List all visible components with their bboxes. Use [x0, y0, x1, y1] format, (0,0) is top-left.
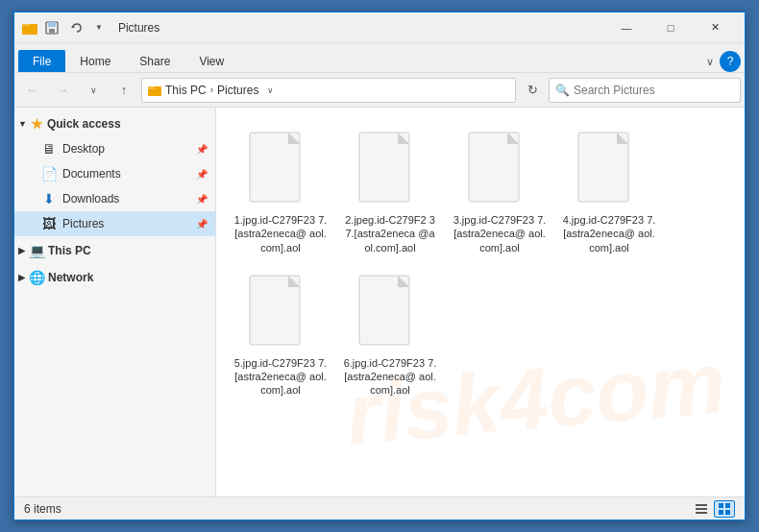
file-icon-2	[357, 131, 423, 207]
ribbon-chevron[interactable]: ∨	[706, 56, 714, 68]
expand-arrow-icon: ▶	[18, 246, 25, 255]
window-title: Pictures	[118, 21, 159, 35]
sidebar-section-network: ▶ 🌐 Network	[14, 265, 215, 290]
svg-rect-29	[696, 512, 707, 514]
file-name-2: 2.jpeg.id-C279F2 37.[astra2eneca @aol.co…	[343, 213, 437, 254]
item-count: 6 items	[24, 502, 61, 516]
quick-access-header[interactable]: ▼ ★ Quick access	[14, 111, 215, 136]
search-icon: 🔍	[555, 84, 570, 97]
svg-rect-33	[725, 510, 730, 515]
explorer-window: ▼ Pictures — □ ✕ File Home Share View ∨ …	[13, 12, 746, 520]
address-path[interactable]: This PC › Pictures ∨	[141, 78, 516, 103]
search-input[interactable]	[574, 84, 734, 97]
svg-rect-32	[719, 510, 723, 515]
downloads-icon: ⬇	[41, 191, 57, 206]
pin-icon: 📌	[196, 144, 208, 155]
title-bar: ▼ Pictures — □ ✕	[14, 12, 745, 43]
list-item[interactable]: 2.jpeg.id-C279F2 37.[astra2eneca @aol.co…	[337, 123, 443, 262]
path-folder-icon	[148, 84, 161, 97]
up-button[interactable]: ↑	[110, 78, 137, 103]
path-segment-pc[interactable]: This PC	[165, 84, 207, 97]
file-name-1: 1.jpg.id-C279F23 7.[astra2eneca@ aol.com…	[233, 213, 328, 254]
dropdown-recent-button[interactable]: ∨	[80, 78, 107, 103]
quick-access-dropdown[interactable]: ▼	[91, 21, 107, 34]
quick-access-save[interactable]	[41, 19, 62, 36]
maximize-button[interactable]: □	[649, 12, 693, 43]
network-icon: 🌐	[29, 270, 44, 285]
sidebar-item-pictures[interactable]: 🖼 Pictures 📌	[14, 211, 215, 236]
pin-icon-4: 📌	[196, 219, 208, 230]
path-segment-pictures[interactable]: Pictures	[217, 84, 258, 97]
ribbon-tabs: File Home Share View ∨ ?	[14, 43, 745, 72]
pictures-icon: 🖼	[41, 216, 57, 231]
file-name-3: 3.jpg.id-C279F23 7.[astra2eneca@ aol.com…	[453, 213, 547, 254]
expand-arrow-icon-2: ▶	[18, 273, 25, 282]
quick-access-undo[interactable]	[66, 19, 87, 36]
documents-icon: 📄	[41, 166, 57, 181]
pc-icon: 💻	[29, 243, 44, 258]
pin-icon-2: 📌	[196, 169, 208, 180]
svg-rect-2	[22, 26, 37, 35]
tab-share[interactable]: Share	[125, 50, 184, 72]
star-icon: ★	[31, 116, 43, 132]
sidebar-item-downloads[interactable]: ⬇ Downloads 📌	[14, 186, 215, 211]
tab-file[interactable]: File	[18, 50, 65, 72]
file-icon-1	[248, 131, 313, 207]
network-label: Network	[48, 271, 93, 284]
minimize-button[interactable]: —	[604, 12, 649, 43]
list-item[interactable]: 3.jpg.id-C279F23 7.[astra2eneca@ aol.com…	[447, 123, 552, 262]
list-view-button[interactable]	[691, 500, 712, 518]
title-bar-left: ▼ Pictures	[22, 19, 604, 36]
path-dropdown[interactable]: ∨	[262, 85, 278, 95]
window-controls: — □ ✕	[604, 12, 737, 43]
svg-rect-4	[48, 22, 56, 27]
icon-view-button[interactable]	[714, 500, 735, 518]
back-button[interactable]: ←	[18, 78, 45, 103]
file-name-5: 5.jpg.id-C279F23 7.[astra2eneca@ aol.com…	[233, 356, 328, 398]
tab-home[interactable]: Home	[65, 50, 125, 72]
forward-button[interactable]: →	[49, 78, 76, 103]
list-item[interactable]: 5.jpg.id-C279F23 7.[astra2eneca@ aol.com…	[228, 266, 333, 405]
file-area-wrapper: risk4com 1.jpg.id-C279F23 7.[astra2eneca…	[216, 108, 745, 496]
this-pc-header[interactable]: ▶ 💻 This PC	[14, 238, 215, 263]
search-box: 🔍	[549, 78, 741, 103]
tab-view[interactable]: View	[184, 50, 238, 72]
file-area: 1.jpg.id-C279F23 7.[astra2eneca@ aol.com…	[216, 108, 745, 421]
file-name-6: 6.jpg.id-C279F23 7.[astra2eneca@ aol.com…	[343, 356, 437, 398]
folder-icon	[22, 20, 37, 36]
sidebar-item-documents[interactable]: 📄 Documents 📌	[14, 161, 215, 186]
sidebar-item-downloads-label: Downloads	[62, 192, 119, 206]
close-button[interactable]: ✕	[693, 12, 737, 43]
view-controls	[691, 500, 735, 518]
file-icon-6	[357, 274, 423, 351]
address-bar: ← → ∨ ↑ This PC › Pictures ∨ ↻ 🔍	[14, 73, 745, 108]
svg-rect-31	[725, 503, 730, 508]
svg-rect-28	[696, 508, 707, 510]
desktop-icon: 🖥	[41, 141, 57, 157]
list-item[interactable]: 6.jpg.id-C279F23 7.[astra2eneca@ aol.com…	[337, 266, 443, 405]
ribbon: File Home Share View ∨ ?	[14, 43, 745, 73]
pin-icon-3: 📌	[196, 194, 208, 205]
file-name-4: 4.jpg.id-C279F23 7.[astra2eneca@ aol.com…	[562, 213, 656, 254]
svg-rect-5	[49, 29, 55, 33]
sidebar-item-documents-label: Documents	[62, 167, 121, 181]
refresh-button[interactable]: ↻	[520, 78, 545, 103]
file-icon-4	[576, 131, 642, 207]
main-content: ▼ ★ Quick access 🖥 Desktop 📌 📄 Documents…	[14, 108, 745, 496]
svg-rect-27	[696, 504, 707, 506]
list-item[interactable]: 1.jpg.id-C279F23 7.[astra2eneca@ aol.com…	[228, 123, 333, 262]
path-arrow-1: ›	[210, 85, 213, 95]
quick-access-label: Quick access	[47, 117, 121, 131]
list-item[interactable]: 4.jpg.id-C279F23 7.[astra2eneca@ aol.com…	[556, 123, 662, 262]
collapse-arrow-icon: ▼	[18, 119, 27, 129]
svg-rect-8	[148, 86, 155, 89]
help-button[interactable]: ?	[720, 51, 741, 72]
sidebar-item-desktop-label: Desktop	[62, 142, 105, 156]
this-pc-label: This PC	[48, 244, 91, 257]
sidebar: ▼ ★ Quick access 🖥 Desktop 📌 📄 Documents…	[14, 108, 216, 496]
network-header[interactable]: ▶ 🌐 Network	[14, 265, 215, 290]
svg-rect-30	[719, 503, 723, 508]
file-icon-3	[467, 131, 532, 207]
sidebar-item-desktop[interactable]: 🖥 Desktop 📌	[14, 136, 215, 161]
sidebar-item-pictures-label: Pictures	[62, 217, 104, 230]
